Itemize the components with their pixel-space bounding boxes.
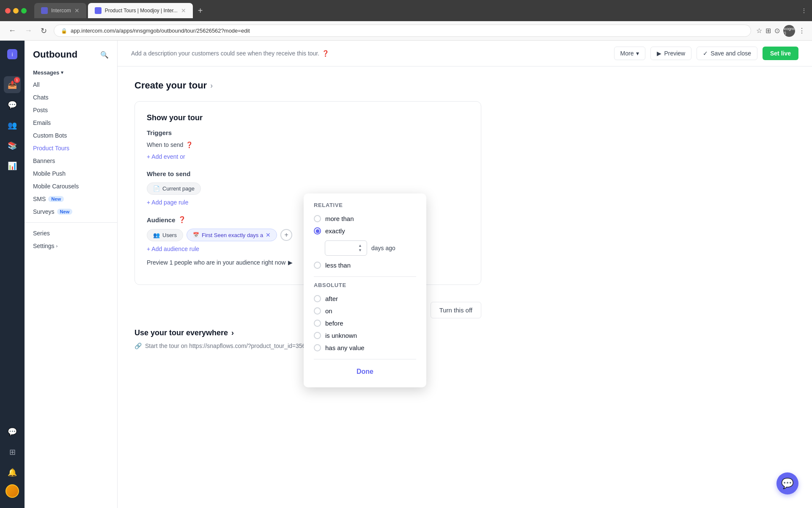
users-label: Users: [162, 232, 177, 238]
sidebar-item-custom-bots[interactable]: Custom Bots: [25, 129, 117, 142]
set-live-button[interactable]: Set live: [763, 47, 798, 60]
sidebar-item-mobile-push[interactable]: Mobile Push: [25, 167, 117, 180]
set-live-label: Set live: [770, 50, 791, 57]
nav-users[interactable]: 👥: [4, 117, 21, 134]
tab-close-active-icon[interactable]: ✕: [181, 7, 186, 14]
custom-bots-label: Custom Bots: [33, 132, 67, 139]
less-than-radio[interactable]: [314, 262, 321, 269]
sidebar-item-banners[interactable]: Banners: [25, 155, 117, 167]
triggers-section: Triggers When to send ❓ + Add event or: [147, 129, 469, 160]
top-bar-actions: More ▾ ▶ Preview ✓ Save and close Set li…: [614, 47, 798, 60]
sidebar-item-all[interactable]: All: [25, 78, 117, 91]
sidebar-item-surveys[interactable]: Surveys New: [25, 205, 117, 218]
days-number-input[interactable]: ▲ ▼: [325, 240, 367, 256]
audience-help-icon: ❓: [178, 216, 186, 224]
preview-button[interactable]: ▶ Preview: [650, 47, 691, 60]
sidebar-item-emails[interactable]: Emails: [25, 116, 117, 129]
back-button[interactable]: ←: [7, 25, 18, 37]
sidebar-item-settings[interactable]: Settings ›: [25, 240, 117, 252]
close-window-btn[interactable]: [5, 8, 11, 14]
zoom-icon[interactable]: ⊙: [774, 27, 780, 35]
more-than-label: more than: [325, 215, 354, 222]
tab-product-tours[interactable]: Product Tours | Moodjoy | Inter... ✕: [88, 3, 193, 18]
after-option[interactable]: after: [314, 293, 416, 305]
sidebar-item-posts[interactable]: Posts: [25, 104, 117, 116]
nav-apps[interactable]: ⊞: [4, 444, 21, 461]
sidebar-item-product-tours[interactable]: Product Tours: [25, 142, 117, 155]
bookmark-icon[interactable]: ☆: [756, 27, 762, 35]
sidebar-item-mobile-carousels[interactable]: Mobile Carousels: [25, 180, 117, 193]
nav-inbox[interactable]: 💬: [4, 97, 21, 113]
nav-knowledge[interactable]: 📚: [4, 137, 21, 154]
lock-icon: 🔒: [61, 28, 67, 34]
turn-off-button[interactable]: Turn this off: [431, 302, 481, 318]
add-event-label: + Add event or: [147, 153, 185, 160]
first-seen-filter[interactable]: 📅 First Seen exactly days a ✕: [187, 229, 277, 241]
tab-label: Intercom: [51, 8, 71, 14]
url-bar[interactable]: 🔒 app.intercom.com/a/apps/nnsgmgob/outbo…: [54, 25, 751, 37]
stepper-down-icon[interactable]: ▼: [358, 248, 362, 253]
messages-section[interactable]: Messages ▾: [25, 67, 117, 78]
done-button[interactable]: Done: [314, 364, 416, 379]
sidebar-item-series[interactable]: Series: [25, 227, 117, 240]
users-button[interactable]: 👥 Users: [147, 229, 183, 241]
nav-reports[interactable]: 📊: [4, 157, 21, 174]
exactly-option[interactable]: exactly: [314, 225, 416, 237]
is-unknown-option[interactable]: is unknown: [314, 329, 416, 342]
after-label: after: [325, 295, 338, 302]
first-seen-label: First Seen exactly days a: [202, 232, 263, 238]
create-tour-title[interactable]: Create your tour ›: [134, 80, 481, 91]
popup-divider-2: [314, 359, 416, 359]
on-radio[interactable]: [314, 307, 321, 315]
add-event-link[interactable]: + Add event or: [147, 153, 469, 160]
sidebar-item-chats[interactable]: Chats: [25, 91, 117, 104]
save-label: Save and close: [710, 50, 751, 57]
forward-button[interactable]: →: [23, 25, 34, 37]
less-than-option[interactable]: less than: [314, 259, 416, 271]
current-page-label: Current page: [162, 185, 195, 192]
nav-notifications[interactable]: 🔔: [4, 464, 21, 481]
content-scroll: Create your tour › Show your tour Trigge…: [118, 66, 812, 508]
maximize-window-btn[interactable]: [21, 8, 27, 14]
profile-button[interactable]: Incognito (2): [783, 25, 795, 37]
is-unknown-radio[interactable]: [314, 332, 321, 339]
tab-close-icon[interactable]: ✕: [74, 7, 80, 14]
browser-menu-icon[interactable]: ⋮: [798, 27, 805, 35]
nav-support[interactable]: 💬: [4, 423, 21, 440]
before-radio[interactable]: [314, 320, 321, 327]
after-radio[interactable]: [314, 295, 321, 302]
new-tab-button[interactable]: +: [195, 3, 206, 18]
on-option[interactable]: on: [314, 305, 416, 317]
link2-icon: 🔗: [134, 342, 142, 349]
save-button[interactable]: ✓ Save and close: [697, 47, 757, 60]
before-option[interactable]: before: [314, 317, 416, 329]
messages-chevron-icon: ▾: [61, 70, 63, 75]
minimize-window-btn[interactable]: [13, 8, 19, 14]
sidebar-search-icon[interactable]: 🔍: [100, 51, 109, 59]
preview-arrow-icon: ▶: [288, 259, 293, 266]
add-filter-button[interactable]: +: [280, 229, 292, 241]
address-bar: ← → ↻ 🔒 app.intercom.com/a/apps/nnsgmgob…: [0, 21, 812, 41]
create-tour-label: Create your tour: [134, 80, 207, 91]
app-layout: i 📤 1 💬 👥 📚 📊 💬 ⊞ 🔔: [0, 41, 812, 508]
has-any-value-radio[interactable]: [314, 344, 321, 351]
nav-logo[interactable]: i: [4, 46, 21, 63]
sms-label: SMS: [33, 196, 46, 202]
outbound-badge: 1: [14, 77, 20, 83]
current-page-tag[interactable]: 📄 Current page: [147, 182, 201, 195]
user-avatar[interactable]: [5, 484, 19, 498]
more-than-option[interactable]: more than: [314, 213, 416, 225]
filter-remove-icon[interactable]: ✕: [266, 232, 271, 238]
more-button[interactable]: More ▾: [614, 47, 646, 60]
sidebar-item-sms[interactable]: SMS New: [25, 193, 117, 205]
intercom-chat-bubble[interactable]: 💬: [776, 472, 798, 494]
nav-outbound[interactable]: 📤 1: [4, 76, 21, 93]
reload-button[interactable]: ↻: [39, 25, 49, 37]
has-any-value-option[interactable]: has any value: [314, 342, 416, 354]
stepper-up-icon[interactable]: ▲: [358, 243, 362, 248]
more-than-radio[interactable]: [314, 215, 321, 222]
all-label: All: [33, 81, 40, 88]
tab-intercom[interactable]: Intercom ✕: [34, 3, 86, 18]
exactly-radio[interactable]: [314, 227, 321, 235]
extensions-menu-icon[interactable]: ⊞: [765, 27, 771, 35]
